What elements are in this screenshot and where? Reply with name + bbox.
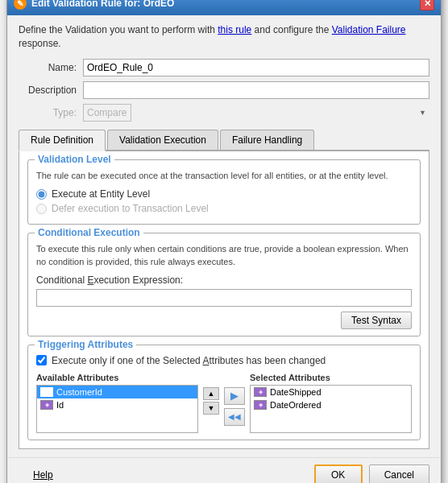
attr-label-customerid: CustomerId (56, 387, 102, 397)
available-scroll-down-button[interactable]: ▼ (203, 402, 219, 415)
triggering-checkbox-row: Execute only if one of the Selected Attr… (36, 355, 412, 366)
radio-transaction-level-label: Defer execution to Transaction Level (52, 203, 209, 214)
selected-attributes-col: Selected Attributes ◈ DateShipped ◈ Date… (250, 373, 412, 433)
triggering-attributes-title: Triggering Attributes (35, 339, 136, 350)
attr-label-dateshipped: DateShipped (270, 387, 321, 397)
dialog-body: Define the Validation you want to perfor… (7, 15, 441, 457)
radio-entity-level-label: Execute at Entity Level (52, 188, 150, 200)
dialog-footer: Help OK Cancel (7, 457, 441, 483)
test-syntax-button[interactable]: Test Syntax (341, 312, 412, 329)
selected-attributes-list: ◈ DateShipped ◈ DateOrdered (250, 385, 412, 433)
name-label: Name: (19, 62, 83, 73)
attr-label-dateordered: DateOrdered (270, 400, 321, 410)
selected-attr-dateordered[interactable]: ◈ DateOrdered (251, 398, 411, 411)
expression-input[interactable] (36, 289, 412, 307)
description-text: Define the Validation you want to perfor… (19, 23, 429, 51)
radio-transaction-level[interactable] (36, 204, 47, 214)
validation-level-title: Validation Level (35, 154, 114, 165)
validation-level-desc: The rule can be executed once at the tra… (36, 170, 412, 182)
dialog-title: Edit Validation Rule for: OrdEO (31, 0, 174, 9)
transfer-arrow-col: ▶ ◀◀ (224, 373, 245, 426)
description-label: Description (19, 85, 83, 96)
type-select-wrapper: Compare (83, 104, 429, 122)
type-label: Type: (19, 107, 83, 118)
ok-button[interactable]: OK (314, 464, 363, 483)
available-attributes-title: Available Attributes (36, 373, 198, 382)
title-icon: ✎ (14, 0, 27, 10)
tab-content-rule-definition: Validation Level The rule can be execute… (19, 151, 429, 449)
radio-entity-level-row: Execute at Entity Level (36, 188, 412, 200)
expression-label: Conditional Execution Expression: (36, 275, 412, 286)
attributes-panel: Available Attributes ◈ CustomerId ◈ Id (36, 373, 412, 433)
tab-failure-handling[interactable]: Failure Handling (220, 130, 314, 150)
description-input[interactable] (83, 81, 429, 99)
tab-validation-execution[interactable]: Validation Execution (107, 130, 218, 150)
attr-icon-dateshipped: ◈ (254, 387, 267, 397)
conditional-execution-title: Conditional Execution (35, 227, 143, 238)
triggering-attributes-section: Triggering Attributes Execute only if on… (27, 345, 421, 440)
attr-icon-dateordered: ◈ (254, 400, 267, 410)
type-select[interactable]: Compare (83, 104, 131, 122)
name-input[interactable] (83, 59, 429, 76)
title-bar: ✎ Edit Validation Rule for: OrdEO ✕ (7, 0, 441, 15)
available-attr-id[interactable]: ◈ Id (37, 398, 197, 411)
footer-right: OK Cancel (314, 464, 429, 483)
type-row: Type: Compare (19, 104, 429, 122)
main-dialog: ✎ Edit Validation Rule for: OrdEO ✕ Defi… (6, 0, 442, 483)
available-scroll-up-button[interactable]: ▲ (203, 387, 219, 400)
selected-attributes-title: Selected Attributes (250, 373, 412, 382)
triggering-checkbox-label: Execute only if one of the Selected Attr… (52, 355, 326, 366)
available-attr-customerid[interactable]: ◈ CustomerId (37, 386, 197, 398)
attr-icon-customerid: ◈ (40, 387, 53, 397)
triggering-checkbox[interactable] (36, 355, 47, 365)
available-attributes-col: Available Attributes ◈ CustomerId ◈ Id (36, 373, 198, 433)
move-right-button[interactable]: ▶ (224, 387, 245, 405)
help-button[interactable]: Help (19, 466, 68, 483)
tab-rule-definition[interactable]: Rule Definition (19, 130, 106, 151)
attr-label-id: Id (56, 400, 64, 410)
conditional-execution-desc: To execute this rule only when certain c… (36, 243, 412, 268)
name-row: Name: (19, 59, 429, 76)
radio-transaction-level-row: Defer execution to Transaction Level (36, 203, 412, 214)
conditional-execution-section: Conditional Execution To execute this ru… (27, 233, 421, 336)
test-syntax-row: Test Syntax (36, 312, 412, 329)
close-button[interactable]: ✕ (420, 0, 434, 10)
description-row: Description (19, 81, 429, 99)
move-left-button[interactable]: ◀◀ (224, 408, 245, 426)
attr-icon-id: ◈ (40, 400, 53, 410)
cancel-button[interactable]: Cancel (369, 464, 429, 483)
tab-bar: Rule Definition Validation Execution Fai… (19, 130, 429, 151)
available-attributes-list: ◈ CustomerId ◈ Id (36, 385, 198, 433)
selected-attr-dateshipped[interactable]: ◈ DateShipped (251, 386, 411, 398)
radio-entity-level[interactable] (36, 189, 47, 200)
available-scroll-col: ▲ ▼ (203, 373, 219, 415)
validation-level-section: Validation Level The rule can be execute… (27, 159, 421, 225)
